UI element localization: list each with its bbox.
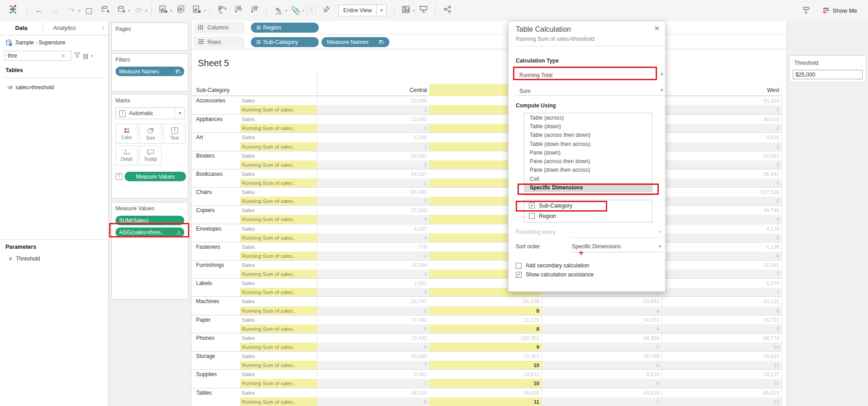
dimension-checkbox[interactable] (529, 213, 535, 219)
share-icon[interactable] (441, 5, 453, 15)
sales-value-cell[interactable]: 5,079 (662, 279, 782, 288)
sales-value-cell[interactable]: 21,175 (429, 315, 542, 324)
new-worksheet-icon[interactable] (158, 5, 169, 16)
running-sum-value-cell[interactable]: 4 (542, 306, 662, 315)
sales-value-cell[interactable]: 70,533 (662, 352, 782, 361)
measure-label-running-sum[interactable]: Running Sum of sales.. (240, 160, 317, 169)
measure-label-sales[interactable]: Sales (240, 151, 317, 160)
pill-measure-names-filter[interactable]: Measure Names (115, 67, 184, 76)
tooltip-flag-icon[interactable] (801, 5, 812, 16)
pill-sum-sales[interactable]: SUM(Sales) (115, 216, 184, 225)
presentation-mode-icon[interactable] (417, 5, 429, 15)
add-secondary-checkbox[interactable] (516, 263, 522, 269)
sales-value-cell[interactable]: 43,131 (662, 297, 782, 306)
measure-label-running-sum[interactable]: Running Sum of sales.. (240, 306, 317, 315)
sales-value-cell[interactable]: 98,773 (662, 334, 782, 343)
running-sum-value-cell[interactable]: 10 (429, 379, 542, 388)
pause-updates-icon[interactable] (115, 5, 127, 16)
compute-option[interactable]: Table (down) (524, 122, 652, 130)
sales-value-cell[interactable]: 107,135 (662, 188, 782, 197)
calculation-type-caret-icon[interactable]: ▼ (660, 72, 664, 77)
measure-label-running-sum[interactable]: Running Sum of sales.. (240, 124, 317, 133)
dimension-row[interactable]: ✓Sub-Category (524, 200, 652, 211)
sales-value-cell[interactable]: 61,114 (662, 96, 782, 105)
running-sum-value-cell[interactable]: 1 (662, 105, 782, 114)
measure-label-sales[interactable]: Sales (240, 261, 317, 270)
add-secondary-calculation-row[interactable]: Add secondary calculation (516, 262, 589, 269)
refresh-icon[interactable]: ⟳ (133, 6, 144, 15)
sales-value-cell[interactable]: 26,723 (662, 315, 782, 324)
running-sum-value-cell[interactable]: 6 (317, 343, 429, 352)
new-worksheet-caret-icon[interactable]: ▾ (170, 9, 172, 13)
size-button[interactable]: Size (139, 124, 162, 144)
running-sum-value-cell[interactable]: 8 (429, 324, 542, 334)
sales-value-cell[interactable]: 35,768 (542, 352, 662, 361)
refresh-caret-icon[interactable]: ▾ (145, 9, 147, 13)
running-sum-value-cell[interactable]: 8 (317, 397, 429, 406)
running-sum-value-cell[interactable]: 8 (662, 306, 782, 315)
sales-value-cell[interactable]: 6,138 (662, 242, 782, 251)
running-sum-value-cell[interactable]: 4 (317, 251, 429, 261)
sales-value-cell[interactable]: 45,983 (317, 352, 429, 361)
field-item-sales-threshold[interactable]: =# sales>threshold (0, 82, 109, 92)
sales-value-cell[interactable]: 85,023 (662, 388, 782, 397)
tooltip-button[interactable]: Tooltip (139, 145, 162, 165)
measure-label-sales[interactable]: Sales (240, 133, 317, 142)
sales-value-cell[interactable]: 15,284 (317, 261, 429, 270)
fit-selector-caret-icon[interactable]: ▼ (376, 5, 386, 16)
running-sum-value-cell[interactable]: 4 (542, 324, 662, 334)
compute-option[interactable]: Specific Dimensions (524, 183, 652, 192)
sort-ascending-icon[interactable] (232, 5, 244, 16)
sales-value-cell[interactable]: 39,155 (317, 388, 429, 397)
measure-label-sales[interactable]: Sales (240, 315, 317, 324)
show-mark-labels-icon[interactable] (400, 5, 412, 16)
aggregation-caret-icon[interactable]: ▼ (660, 88, 664, 92)
sub-category-label[interactable]: Copiers (196, 206, 239, 215)
compute-option[interactable]: Table (across then down) (524, 131, 652, 140)
sales-value-cell[interactable]: 4,637 (317, 224, 429, 233)
measure-label-sales[interactable]: Sales (240, 224, 317, 233)
compute-option[interactable]: Pane (across then down) (524, 157, 652, 165)
measure-label-running-sum[interactable]: Running Sum of sales.. (240, 288, 317, 297)
sub-category-label[interactable]: Fasteners (196, 242, 239, 251)
tab-analytics[interactable]: Analytics (43, 21, 86, 35)
tableau-logo-icon[interactable] (7, 5, 19, 16)
running-sum-value-cell[interactable]: 8 (429, 306, 542, 315)
sales-value-cell[interactable]: 9,320 (662, 133, 782, 142)
sub-category-label[interactable]: Paper (196, 315, 239, 324)
filter-fields-icon[interactable] (74, 52, 80, 59)
calculation-type-dropdown[interactable]: Running Total (519, 71, 552, 79)
running-sum-value-cell[interactable]: 7 (542, 397, 662, 406)
pin-icon[interactable] (321, 5, 332, 15)
sales-value-cell[interactable]: 37,260 (317, 206, 429, 215)
running-sum-value-cell[interactable]: 3 (662, 160, 782, 169)
measure-label-sales[interactable]: Sales (240, 242, 317, 251)
sub-category-label[interactable]: Furnishings (196, 261, 239, 270)
sales-value-cell[interactable]: 72,361 (429, 352, 542, 361)
measure-label-running-sum[interactable]: Running Sum of sales.. (240, 361, 317, 370)
sales-value-cell[interactable]: 85,941 (317, 188, 429, 197)
measure-label-running-sum[interactable]: Running Sum of sales.. (240, 215, 317, 224)
measure-label-sales[interactable]: Sales (240, 188, 317, 197)
sales-value-cell[interactable]: 14,151 (542, 315, 662, 324)
running-sum-value-cell[interactable]: 6 (662, 215, 782, 224)
running-sum-value-cell[interactable]: 4 (317, 270, 429, 279)
detail-button[interactable]: Detail (115, 145, 138, 165)
pill-agg-sales-threshold[interactable]: AGG(sales>thres.. △ (115, 227, 184, 237)
running-sum-value-cell[interactable]: 5 (542, 343, 662, 352)
show-assistance-row[interactable]: ✓ Show calculation assistance (516, 271, 594, 278)
sales-value-cell[interactable]: 72,403 (317, 334, 429, 343)
running-sum-value-cell[interactable]: 5 (317, 306, 429, 315)
sales-value-cell[interactable]: 17,492 (317, 315, 429, 324)
running-sum-value-cell[interactable]: 6 (542, 361, 662, 370)
sales-value-cell[interactable]: 26,797 (317, 297, 429, 306)
running-sum-value-cell[interactable]: 7 (317, 379, 429, 388)
collapse-pane-icon[interactable]: ‹ (97, 21, 109, 35)
parameter-item-threshold[interactable]: # Threshold (0, 254, 109, 264)
fit-selector[interactable]: Entire View ▼ (338, 5, 387, 16)
running-sum-value-cell[interactable]: 2 (317, 160, 429, 169)
tab-data[interactable]: Data (0, 21, 43, 35)
close-icon[interactable]: ✕ (654, 24, 660, 33)
running-sum-value-cell[interactable]: 7 (317, 361, 429, 370)
sales-value-cell[interactable]: 33,956 (317, 96, 429, 105)
